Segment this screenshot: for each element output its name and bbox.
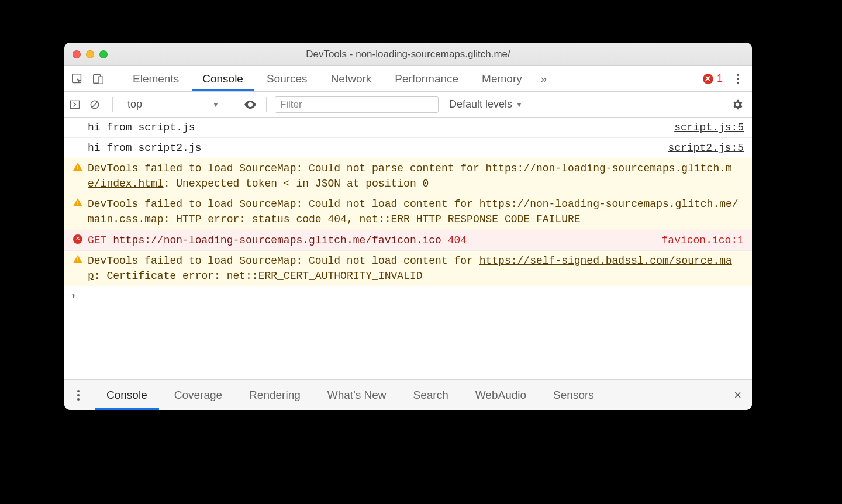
inspect-element-icon[interactable] xyxy=(68,70,87,88)
tab-sources[interactable]: Sources xyxy=(256,66,318,91)
title-bar: DevTools - non-loading-sourcemaps.glitch… xyxy=(64,43,752,66)
warning-icon xyxy=(70,161,85,171)
tab-performance[interactable]: Performance xyxy=(384,66,469,91)
tabs-overflow-button[interactable]: » xyxy=(535,66,553,91)
drawer-tab-coverage[interactable]: Coverage xyxy=(163,380,234,410)
divider xyxy=(266,97,267,112)
warning-message: DevTools failed to load SourceMap: Could… xyxy=(85,253,744,284)
console-toolbar: top ▼ Default levels ▼ xyxy=(64,92,752,118)
warning-message: DevTools failed to load SourceMap: Could… xyxy=(85,161,744,191)
console-row: ✕ GET https://non-loading-sourcemaps.gli… xyxy=(64,230,752,251)
execution-context-selector[interactable]: top ▼ xyxy=(121,96,226,113)
warning-message: DevTools failed to load SourceMap: Could… xyxy=(85,196,744,227)
drawer-tab-webaudio[interactable]: WebAudio xyxy=(464,380,538,410)
levels-label: Default levels xyxy=(449,98,512,111)
row-icon-empty xyxy=(70,140,85,142)
warning-icon xyxy=(70,196,85,206)
clear-console-icon[interactable] xyxy=(89,99,104,111)
drawer-tab-sensors[interactable]: Sensors xyxy=(541,380,606,410)
svg-point-6 xyxy=(249,103,251,106)
traffic-lights xyxy=(73,50,108,58)
error-icon: ✕ xyxy=(703,74,713,84)
devtools-window: DevTools - non-loading-sourcemaps.glitch… xyxy=(64,43,752,410)
tab-memory[interactable]: Memory xyxy=(471,66,533,91)
minimize-window-button[interactable] xyxy=(86,50,94,58)
url-link[interactable]: https://non-loading-sourcemaps.glitch.me… xyxy=(113,234,441,246)
console-row: hi from script2.js script2.js:5 xyxy=(64,138,752,158)
source-link[interactable]: script.js:5 xyxy=(674,120,744,135)
drawer-tab-rendering[interactable]: Rendering xyxy=(237,380,312,410)
drawer-tab-whatsnew[interactable]: What's New xyxy=(316,380,398,410)
divider xyxy=(234,97,234,112)
source-link[interactable]: script2.js:5 xyxy=(668,140,744,156)
drawer-tab-console[interactable]: Console xyxy=(95,380,159,410)
error-count-badge[interactable]: ✕ 1 xyxy=(703,73,723,85)
tab-elements[interactable]: Elements xyxy=(122,66,189,91)
console-settings-icon[interactable] xyxy=(731,98,744,111)
log-message: hi from script.js xyxy=(85,120,667,135)
log-levels-selector[interactable]: Default levels ▼ xyxy=(449,98,523,111)
row-icon-empty xyxy=(70,120,85,122)
chevron-down-icon: ▼ xyxy=(212,101,219,109)
drawer-tab-search[interactable]: Search xyxy=(402,380,460,410)
divider xyxy=(112,97,113,112)
toggle-sidebar-icon[interactable] xyxy=(69,99,84,111)
divider xyxy=(115,71,115,87)
source-link[interactable]: favicon.ico:1 xyxy=(662,233,744,248)
chevron-down-icon: ▼ xyxy=(516,101,523,109)
error-message: GET https://non-loading-sourcemaps.glitc… xyxy=(85,233,655,248)
device-toolbar-icon[interactable] xyxy=(89,70,108,88)
more-options-button[interactable] xyxy=(731,74,745,84)
tab-network[interactable]: Network xyxy=(320,66,382,91)
main-tabstrip: Elements Console Sources Network Perform… xyxy=(64,66,752,92)
console-row: hi from script.js script.js:5 xyxy=(64,118,752,138)
svg-rect-2 xyxy=(98,77,103,84)
live-expression-icon[interactable] xyxy=(243,97,258,112)
svg-line-5 xyxy=(92,102,98,108)
close-window-button[interactable] xyxy=(73,50,81,58)
svg-rect-3 xyxy=(71,101,80,108)
console-prompt[interactable]: › xyxy=(64,286,752,305)
console-row: DevTools failed to load SourceMap: Could… xyxy=(64,158,752,194)
tab-console[interactable]: Console xyxy=(192,66,254,91)
console-output: hi from script.js script.js:5 hi from sc… xyxy=(64,118,752,379)
filter-input[interactable] xyxy=(275,96,439,113)
drawer-close-button[interactable]: × xyxy=(728,388,747,403)
drawer-more-button[interactable] xyxy=(71,390,85,401)
context-label: top xyxy=(127,98,142,111)
drawer-tabstrip: Console Coverage Rendering What's New Se… xyxy=(64,379,752,410)
warning-icon xyxy=(70,253,85,263)
zoom-window-button[interactable] xyxy=(99,50,108,58)
window-title: DevTools - non-loading-sourcemaps.glitch… xyxy=(64,49,752,60)
console-row: DevTools failed to load SourceMap: Could… xyxy=(64,194,752,230)
error-count: 1 xyxy=(717,73,723,85)
log-message: hi from script2.js xyxy=(85,140,661,156)
error-icon: ✕ xyxy=(70,233,85,244)
console-row: DevTools failed to load SourceMap: Could… xyxy=(64,251,752,286)
